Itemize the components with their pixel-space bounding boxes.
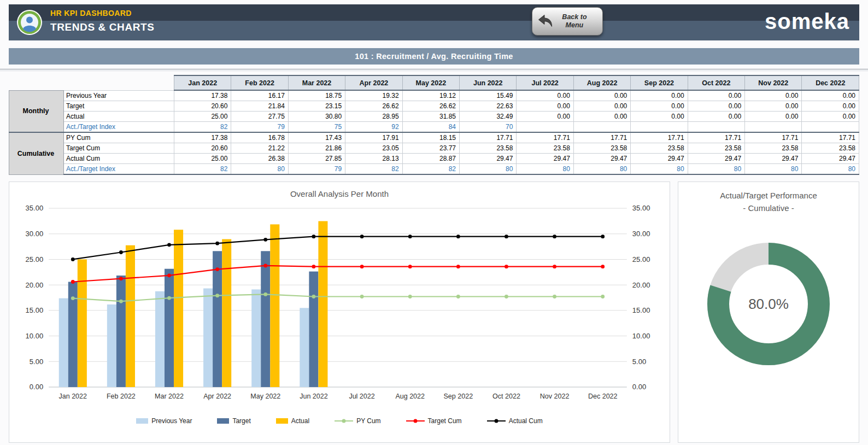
y-tick-label-left: 0.00 (30, 383, 43, 391)
legend-swatch (136, 418, 148, 424)
table-cell: 16.17 (231, 90, 288, 101)
app-title: HR KPI DASHBOARD (50, 9, 155, 17)
table-cell: 80 (517, 164, 573, 175)
line-marker (601, 295, 605, 298)
table-row: Act./Target Index82807982828080808080808… (9, 164, 859, 175)
table-row: Target Cum20.6021.2221.8623.0523.7723.58… (9, 143, 859, 154)
table-cell: 29.47 (631, 154, 688, 164)
line-marker (263, 238, 267, 242)
donut-title-line2: - Cumulative - (720, 202, 817, 215)
donut-title: Actual/Target Performance - Cumulative - (720, 190, 817, 214)
table-cell: 29.47 (688, 154, 744, 164)
bar (309, 272, 318, 387)
table-cell: 17.71 (745, 132, 802, 143)
line-marker (553, 265, 556, 268)
line-marker (263, 292, 267, 296)
table-cell: 17.38 (174, 132, 231, 143)
combo-chart-title: Overall Analysis Per Month (9, 189, 670, 198)
bar (213, 251, 222, 387)
legend-item: PY Cum (335, 417, 380, 425)
table-cell: 23.58 (802, 143, 859, 154)
row-label: Actual Cum (64, 154, 174, 164)
table-cell: 80 (231, 164, 288, 175)
table-cell: 0.00 (517, 101, 573, 112)
y-tick-label-left: 25.00 (26, 255, 44, 264)
y-tick-label-right: 0.00 (632, 383, 646, 391)
table-cell: 80 (460, 164, 517, 175)
table-cell (688, 122, 744, 133)
y-tick-label-left: 10.00 (26, 332, 44, 340)
line-marker (601, 265, 605, 268)
y-tick-label-left: 30.00 (26, 230, 44, 238)
row-label: Actual (64, 112, 174, 122)
legend-label: Previous Year (151, 417, 192, 425)
app-header: HR KPI DASHBOARD TRENDS & CHARTS Back to… (9, 4, 859, 40)
x-tick-label: Jan 2022 (58, 393, 87, 400)
table-cell: 25.00 (174, 154, 231, 164)
legend-item: Previous Year (136, 417, 192, 425)
table-cell: 75 (288, 122, 345, 133)
x-tick-label: Sep 2022 (444, 393, 473, 400)
table-cell: 84 (402, 122, 459, 133)
table-cell: 19.32 (345, 90, 402, 101)
table-cell: 0.00 (688, 90, 744, 101)
donut-chart: 80.0% (703, 238, 834, 370)
month-header: Mar 2022 (288, 75, 345, 90)
table-cell: 27.75 (231, 112, 288, 122)
row-label: Act./Target Index (64, 164, 174, 175)
table-cell: 23.77 (402, 143, 459, 154)
month-header: Apr 2022 (345, 75, 402, 90)
header-titles: HR KPI DASHBOARD TRENDS & CHARTS (50, 9, 155, 33)
table-cell: 21.84 (231, 101, 288, 112)
table-cell: 18.75 (288, 90, 345, 101)
table-cell: 17.43 (288, 132, 345, 143)
line-marker (505, 265, 508, 268)
table-cell: 19.12 (402, 90, 459, 101)
table-cell: 29.47 (802, 154, 859, 164)
table-cell: 28.95 (345, 112, 402, 122)
line-marker (215, 294, 219, 297)
table-cell: 17.71 (631, 132, 688, 143)
table-cell: 82 (174, 164, 231, 175)
table-cell (631, 122, 688, 133)
combo-chart: 0.000.005.005.0010.0010.0015.0015.0020.0… (9, 200, 670, 417)
x-tick-label: Aug 2022 (395, 393, 425, 400)
legend-swatch (335, 420, 353, 421)
table-cell: 17.71 (802, 132, 859, 143)
table-cell: 0.00 (573, 90, 630, 101)
table-cell: 0.00 (631, 112, 688, 122)
table-cell: 80 (745, 164, 802, 175)
line-marker (553, 295, 556, 298)
table-cell: 17.71 (517, 132, 573, 143)
table-cell: 0.00 (631, 90, 688, 101)
y-tick-label-right: 10.00 (632, 332, 650, 340)
table-cell: 31.85 (402, 112, 459, 122)
line-marker (601, 235, 605, 238)
table-cell: 16.78 (231, 132, 288, 143)
line-marker (456, 265, 460, 268)
dashboard-page: HR KPI DASHBOARD TRENDS & CHARTS Back to… (0, 0, 868, 443)
someka-logo[interactable]: someka (765, 8, 849, 34)
month-header: Jul 2022 (517, 75, 573, 90)
row-label: Target Cum (64, 143, 174, 154)
line-marker (456, 295, 460, 298)
line-marker (167, 273, 171, 277)
back-arrow-icon (537, 13, 554, 30)
line-marker (215, 267, 219, 271)
line-marker (71, 296, 75, 300)
table-cell: 17.91 (345, 132, 402, 143)
legend-item: Target Cum (406, 417, 462, 425)
bar (59, 298, 68, 387)
table-cell: 25.00 (174, 112, 231, 122)
line-series (73, 294, 602, 301)
table-cell: 29.47 (460, 154, 517, 164)
table-cell: 0.00 (745, 112, 802, 122)
back-to-menu-button[interactable]: Back to Menu (532, 7, 603, 36)
legend-swatch (276, 418, 288, 424)
bar (174, 230, 183, 387)
table-cell: 17.71 (460, 132, 517, 143)
table-cell: 23.58 (517, 143, 573, 154)
table-cell: 79 (288, 164, 345, 175)
month-header: Oct 2022 (688, 75, 744, 90)
table-cell: 0.00 (745, 90, 802, 101)
